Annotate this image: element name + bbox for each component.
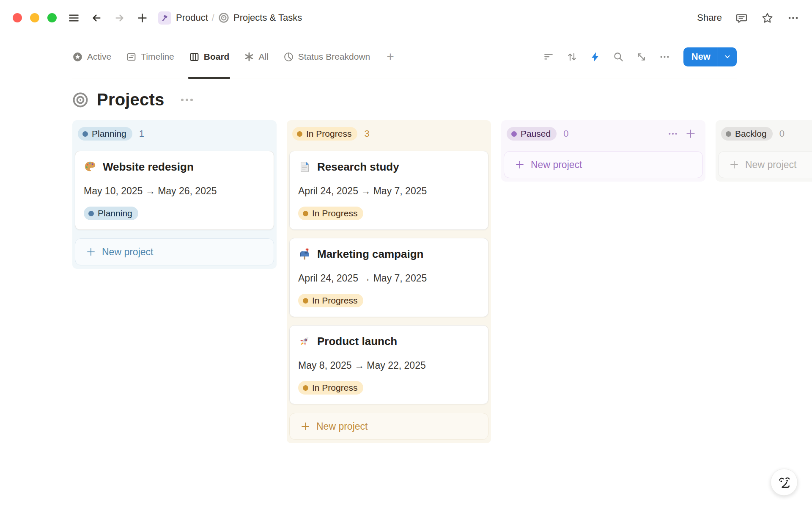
card-date-range: April 24, 2025 → May 7, 2025: [298, 273, 480, 284]
back-arrow-icon[interactable]: [91, 12, 102, 24]
card-date-range: April 24, 2025 → May 7, 2025: [298, 185, 480, 197]
column-count: 1: [139, 128, 144, 139]
card-status-badge: In Progress: [298, 381, 363, 395]
favorite-star-icon[interactable]: [761, 12, 774, 24]
zoom-window-button[interactable]: [47, 13, 57, 22]
new-project-button[interactable]: New project: [75, 238, 274, 265]
column-more-icon[interactable]: [667, 128, 678, 139]
card-status-badge: Planning: [84, 207, 138, 220]
status-dot-icon: [303, 298, 308, 304]
plus-icon: [515, 160, 525, 170]
card-date-range: May 10, 2025 → May 26, 2025: [84, 185, 265, 197]
chevron-down-icon[interactable]: [718, 53, 737, 61]
workspace-hammer-icon[interactable]: [158, 11, 171, 25]
status-pill[interactable]: Paused: [507, 127, 557, 141]
column-planning: Planning 1 Website redesign May 10, 2025…: [72, 120, 277, 269]
forward-arrow-icon[interactable]: [114, 12, 125, 24]
search-icon[interactable]: [613, 51, 624, 62]
page-header: Projects: [72, 90, 812, 109]
share-button[interactable]: Share: [697, 12, 722, 23]
plus-icon: [729, 160, 739, 170]
window-titlebar: Product / Projects & Tasks Share: [0, 0, 812, 36]
plus-icon: [300, 421, 310, 431]
notion-ai-button[interactable]: [771, 469, 798, 496]
page-title[interactable]: Projects: [97, 90, 164, 109]
bookmark-tabs-emoji-icon: [298, 160, 311, 173]
status-dot-icon: [303, 385, 308, 391]
target-icon: [218, 12, 229, 23]
status-pill[interactable]: In Progress: [292, 127, 357, 141]
card-title: Product launch: [317, 335, 397, 348]
breadcrumb-separator: /: [212, 12, 214, 23]
tab-board[interactable]: Board: [189, 36, 230, 78]
new-page-plus-icon[interactable]: [137, 12, 148, 24]
kanban-board: Planning 1 Website redesign May 10, 2025…: [72, 120, 812, 443]
asterisk-icon: [244, 52, 254, 62]
new-project-button[interactable]: New project: [718, 151, 812, 178]
minimize-window-button[interactable]: [30, 13, 39, 22]
plus-icon: [86, 247, 96, 257]
view-more-icon[interactable]: [659, 51, 670, 63]
tab-timeline[interactable]: Timeline: [126, 36, 174, 78]
breadcrumb: Product / Projects & Tasks: [158, 11, 302, 25]
ai-face-icon: [776, 474, 792, 490]
new-project-button[interactable]: New project: [289, 413, 488, 440]
status-dot-icon: [726, 131, 731, 137]
card-date-range: May 8, 2025 → May 22, 2025: [298, 360, 480, 371]
tab-all[interactable]: All: [244, 36, 268, 78]
status-dot-icon: [297, 131, 302, 137]
card-status-badge: In Progress: [298, 207, 363, 220]
status-pill[interactable]: Planning: [78, 127, 132, 141]
pie-chart-icon: [283, 52, 294, 62]
star-circle-icon: [72, 52, 83, 62]
tab-status-breakdown[interactable]: Status Breakdown: [283, 36, 370, 78]
board-icon: [189, 52, 200, 62]
column-paused: Paused 0 New project: [501, 120, 705, 182]
automation-lightning-icon[interactable]: [590, 52, 601, 62]
status-pill[interactable]: Backlog: [721, 127, 773, 141]
sort-icon[interactable]: [566, 51, 578, 63]
project-card[interactable]: Research study April 24, 2025 → May 7, 2…: [289, 151, 488, 230]
column-add-icon[interactable]: [685, 128, 696, 139]
title-more-icon[interactable]: [181, 99, 193, 101]
filter-icon[interactable]: [543, 51, 554, 62]
breadcrumb-workspace[interactable]: Product: [176, 12, 208, 23]
status-dot-icon: [511, 131, 517, 137]
expand-icon[interactable]: [636, 52, 647, 62]
project-card[interactable]: Website redesign May 10, 2025 → May 26, …: [75, 151, 274, 230]
column-backlog: Backlog 0 New project: [716, 120, 812, 182]
card-title: Website redesign: [103, 160, 194, 174]
card-title: Research study: [317, 160, 399, 174]
card-status-badge: In Progress: [298, 294, 363, 307]
mailbox-emoji-icon: [298, 248, 311, 260]
status-dot-icon: [303, 211, 308, 216]
column-count: 0: [779, 128, 785, 139]
close-window-button[interactable]: [13, 13, 22, 22]
project-card[interactable]: Marketing campaign April 24, 2025 → May …: [289, 238, 488, 317]
project-card[interactable]: Product launch May 8, 2025 → May 22, 202…: [289, 325, 488, 404]
sidebar-toggle-icon[interactable]: [68, 12, 80, 24]
breadcrumb-page[interactable]: Projects & Tasks: [218, 12, 302, 23]
view-tab-bar: Active Timeline Board All Status Breakdo…: [72, 36, 737, 78]
rocket-emoji-icon: [298, 335, 311, 348]
column-count: 3: [364, 128, 369, 139]
timeline-icon: [126, 52, 137, 62]
new-button-label[interactable]: New: [683, 51, 718, 62]
add-view-plus-icon[interactable]: +: [387, 50, 394, 64]
new-project-button[interactable]: New project: [504, 151, 703, 178]
target-icon: [72, 92, 88, 108]
new-button[interactable]: New: [683, 47, 737, 66]
comments-icon[interactable]: [735, 12, 748, 24]
traffic-lights: [13, 13, 57, 22]
tab-active[interactable]: Active: [72, 36, 111, 78]
status-dot-icon: [88, 211, 94, 216]
palette-emoji-icon: [84, 160, 96, 173]
column-in-progress: In Progress 3 Research study April 24, 2…: [287, 120, 491, 443]
column-count: 0: [563, 128, 568, 139]
card-title: Marketing campaign: [317, 248, 423, 261]
more-options-icon[interactable]: [787, 12, 799, 24]
status-dot-icon: [82, 131, 88, 137]
